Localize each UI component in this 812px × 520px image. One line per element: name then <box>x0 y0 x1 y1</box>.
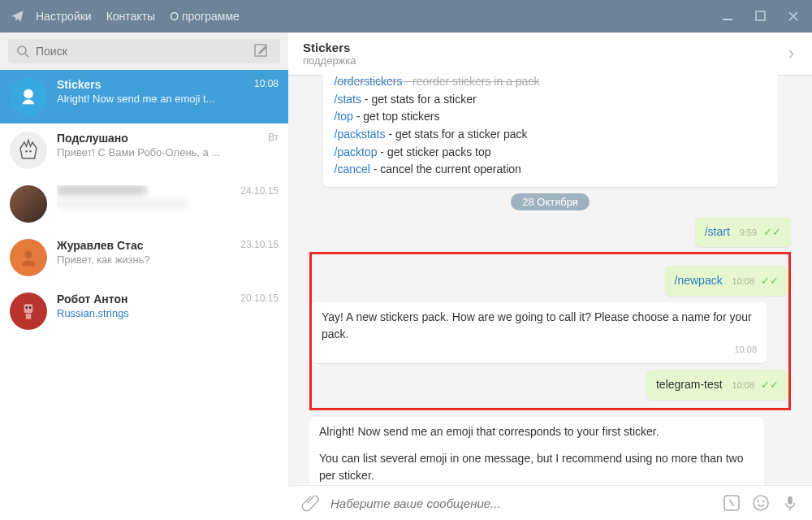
read-checks-icon: ✓✓ <box>763 226 781 238</box>
sidebar: Stickers10:08 Alright! Now send me an em… <box>0 32 288 520</box>
mic-icon[interactable] <box>781 494 799 512</box>
chat-item[interactable]: Журавлев Стас23.10.15 Привет, как жизнь? <box>0 231 288 284</box>
svg-point-7 <box>29 150 32 153</box>
chat-time: Вт <box>268 132 279 145</box>
chevron-right-icon[interactable]: › <box>785 43 797 64</box>
chat-subtitle: поддержка <box>303 54 785 67</box>
read-checks-icon: ✓✓ <box>761 379 779 391</box>
menu-contacts[interactable]: Контакты <box>106 10 155 23</box>
message-out: /start 9:59 ✓✓ <box>695 217 791 247</box>
message-time: 10:08 <box>734 343 757 357</box>
message-time: 9:59 <box>740 228 757 237</box>
close-icon[interactable] <box>784 7 802 25</box>
chat-name <box>57 185 146 195</box>
message-input[interactable] <box>330 496 711 510</box>
compose-icon[interactable] <box>251 44 272 58</box>
chat-item-stickers[interactable]: Stickers10:08 Alright! Now send me an em… <box>0 70 288 124</box>
read-checks-icon: ✓✓ <box>761 275 779 287</box>
chat-item[interactable]: ПодслушаноВт Привет! С Вами Робо-Олень, … <box>0 124 288 177</box>
svg-rect-17 <box>788 496 793 505</box>
svg-rect-1 <box>756 11 765 20</box>
chat-title: Stickers <box>303 41 785 54</box>
date-chip: 28 Октября <box>309 193 791 210</box>
messages-area[interactable]: /orderstickers - reorder stickers in a p… <box>288 75 812 485</box>
chat-name: Робот Антон <box>57 292 127 306</box>
menu-about[interactable]: О программе <box>170 10 240 23</box>
chat-time: 20.10.15 <box>240 292 279 306</box>
message-out: /newpack 10:08 ✓✓ <box>665 266 788 296</box>
avatar <box>10 78 47 115</box>
chat-item[interactable]: Робот Антон20.10.15 Russian.strings <box>0 284 288 338</box>
minimize-icon[interactable] <box>719 7 737 25</box>
attach-icon[interactable] <box>301 494 319 512</box>
search-box[interactable] <box>8 39 280 63</box>
avatar <box>10 185 47 223</box>
svg-point-14 <box>754 496 768 510</box>
chat-name: Подслушано <box>57 132 128 145</box>
app-logo-icon <box>10 9 24 24</box>
avatar <box>10 132 47 169</box>
chat-name: Stickers <box>57 78 101 91</box>
svg-point-5 <box>24 89 33 99</box>
chat-time: 10:08 <box>254 78 279 91</box>
chat-time: 24.10.15 <box>240 185 279 197</box>
avatar <box>10 239 47 276</box>
chat-item[interactable]: 24.10.15 <box>0 177 288 231</box>
svg-rect-0 <box>723 19 732 20</box>
highlight-box: /newpack 10:08 ✓✓ Yay! A new stickers pa… <box>309 252 791 410</box>
message-in: Yay! A new stickers pack. How are we goi… <box>312 302 767 363</box>
svg-rect-9 <box>24 304 33 313</box>
message-time: 10:08 <box>732 380 755 390</box>
svg-point-11 <box>29 306 32 309</box>
svg-point-16 <box>762 500 764 502</box>
message-out: telegram-test 10:08 ✓✓ <box>646 370 788 400</box>
search-input[interactable] <box>36 45 251 58</box>
chat-preview <box>57 200 187 208</box>
svg-line-3 <box>25 54 28 57</box>
svg-point-15 <box>758 500 759 502</box>
menu-settings[interactable]: Настройки <box>36 10 92 23</box>
chat-preview: Russian.strings <box>57 307 279 319</box>
chat-header: Stickers поддержка › <box>288 32 812 75</box>
avatar <box>10 292 47 330</box>
svg-point-8 <box>24 251 32 258</box>
chat-pane: Stickers поддержка › /orderstickers - re… <box>288 32 812 520</box>
chat-list: Stickers10:08 Alright! Now send me an em… <box>0 70 288 520</box>
svg-point-6 <box>25 150 28 153</box>
svg-point-2 <box>18 46 26 54</box>
chat-name: Журавлев Стас <box>57 239 144 252</box>
svg-rect-12 <box>26 314 32 319</box>
maximize-icon[interactable] <box>752 7 770 25</box>
search-icon <box>16 45 29 58</box>
composer <box>288 485 812 520</box>
emoji-icon[interactable] <box>752 494 770 512</box>
chat-preview: Привет, как жизнь? <box>57 254 279 266</box>
command-icon[interactable] <box>723 494 741 512</box>
message-in: Alright! Now send me an emoji that corre… <box>309 417 764 485</box>
titlebar: Настройки Контакты О программе <box>0 0 812 32</box>
chat-preview: Привет! С Вами Робо-Олень, а ... <box>57 146 279 158</box>
message-time: 10:08 <box>732 276 755 286</box>
chat-preview: Alright! Now send me an emoji t... <box>57 93 279 105</box>
chat-time: 23.10.15 <box>240 239 279 252</box>
message-bubble: /orderstickers - reorder stickers in a p… <box>323 75 778 187</box>
svg-point-10 <box>25 306 28 309</box>
search-bar <box>0 32 288 70</box>
